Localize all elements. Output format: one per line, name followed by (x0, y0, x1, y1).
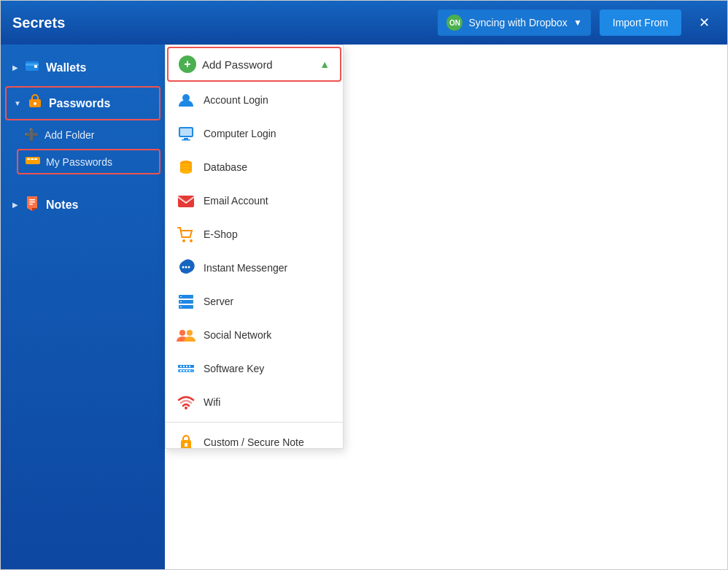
notes-chevron: ▶ (12, 201, 18, 209)
sidebar-item-notes[interactable]: ▶ Notes (1, 188, 165, 222)
sidebar: ▶ Wallets ▼ (1, 45, 165, 569)
svg-rect-17 (184, 138, 188, 139)
list-item-computer-login-label: Computer Login (204, 128, 276, 139)
custom-secure-note-icon (176, 432, 196, 448)
svg-rect-46 (180, 366, 182, 367)
svg-point-43 (187, 330, 193, 336)
list-item-software-key[interactable]: Software Key (166, 352, 343, 385)
list-item-instant-messenger[interactable]: Instant Messenger (166, 251, 343, 285)
svg-rect-52 (186, 370, 187, 371)
svg-point-4 (34, 102, 36, 105)
add-circle-icon: + (179, 55, 196, 73)
list-item-eshop-label: E-Shop (204, 228, 238, 240)
notes-label: Notes (46, 199, 78, 212)
list-item-wifi[interactable]: Wifi (166, 385, 343, 419)
svg-rect-37 (180, 301, 182, 302)
sync-dropdown-arrow: ▼ (573, 18, 582, 28)
app-window: Secrets ON Syncing with Dropbox ▼ Import… (0, 0, 728, 570)
list-item-server-label: Server (204, 296, 233, 307)
sync-dropdown[interactable]: ON Syncing with Dropbox ▼ (438, 9, 590, 36)
svg-rect-50 (180, 370, 182, 371)
wallets-chevron: ▶ (12, 63, 18, 72)
instant-messenger-icon (176, 258, 196, 278)
sidebar-item-passwords[interactable]: ▼ Passwords (5, 86, 160, 120)
list-item-email-account[interactable]: Email Account (166, 184, 343, 217)
email-account-icon (176, 190, 196, 211)
svg-point-42 (179, 330, 185, 336)
svg-rect-47 (183, 366, 185, 367)
wallets-icon (24, 58, 40, 77)
passwords-sub-items: ➕ Add Folder My Passwords (1, 122, 165, 176)
svg-rect-51 (183, 370, 185, 371)
passwords-icon (27, 93, 43, 113)
my-passwords-item[interactable]: My Passwords (17, 149, 160, 174)
svg-rect-40 (180, 307, 182, 307)
svg-rect-16 (180, 128, 192, 136)
svg-rect-18 (182, 139, 190, 141)
password-type-list: Account Login Computer Login (166, 83, 343, 448)
sync-icon: ON (446, 15, 462, 31)
svg-rect-48 (186, 366, 187, 367)
close-button[interactable]: ✕ (693, 12, 716, 34)
app-title: Secrets (12, 15, 65, 31)
my-passwords-icon (26, 155, 40, 169)
social-network-icon (176, 325, 196, 345)
svg-rect-6 (27, 158, 30, 160)
svg-point-25 (180, 169, 192, 174)
wifi-icon (176, 392, 196, 412)
svg-point-35 (191, 296, 193, 298)
svg-point-31 (185, 266, 187, 269)
list-item-eshop[interactable]: E-Shop (166, 217, 343, 251)
import-from-button[interactable]: Import From (600, 9, 681, 36)
account-login-icon (176, 90, 196, 110)
eshop-icon (176, 224, 196, 244)
add-folder-item[interactable]: ➕ Add Folder (12, 122, 165, 147)
list-item-instant-messenger-label: Instant Messenger (204, 262, 287, 274)
computer-login-icon (176, 123, 196, 144)
list-item-database[interactable]: Database (166, 150, 343, 184)
svg-rect-11 (29, 199, 35, 201)
add-password-label: Add Password (202, 58, 273, 71)
list-item-server[interactable]: Server (166, 285, 343, 318)
list-item-account-login-label: Account Login (204, 94, 268, 106)
svg-point-38 (191, 301, 193, 303)
header: Secrets ON Syncing with Dropbox ▼ Import… (1, 1, 727, 45)
body: ▶ Wallets ▼ (1, 45, 727, 569)
add-folder-label: Add Folder (44, 129, 94, 141)
svg-rect-13 (29, 204, 33, 205)
svg-point-30 (182, 266, 185, 269)
svg-point-54 (185, 407, 187, 409)
svg-point-28 (190, 239, 193, 242)
svg-rect-53 (189, 370, 190, 371)
svg-rect-7 (31, 158, 34, 160)
svg-marker-10 (32, 208, 37, 211)
list-item-custom-secure-note[interactable]: Custom / Secure Note (166, 425, 343, 448)
add-password-dropdown: + Add Password ▲ Account (165, 45, 344, 449)
add-password-button[interactable]: + Add Password ▲ (167, 47, 341, 82)
list-item-software-key-label: Software Key (204, 363, 264, 374)
svg-rect-49 (189, 366, 190, 367)
passwords-chevron: ▼ (14, 99, 21, 107)
database-icon (176, 157, 196, 177)
my-passwords-label: My Passwords (46, 156, 112, 168)
svg-point-27 (182, 239, 185, 242)
add-password-arrow-icon: ▲ (320, 58, 330, 70)
list-item-custom-secure-note-label: Custom / Secure Note (204, 436, 304, 448)
main-content: + Add Password ▲ Account (165, 45, 727, 569)
list-item-email-account-label: Email Account (204, 195, 268, 207)
server-icon (176, 291, 196, 312)
wallets-label: Wallets (46, 61, 86, 74)
list-item-social-network[interactable]: Social Network (166, 318, 343, 352)
list-item-social-network-label: Social Network (204, 329, 271, 341)
svg-point-32 (188, 266, 190, 269)
svg-rect-8 (34, 158, 37, 160)
list-item-account-login[interactable]: Account Login (166, 83, 343, 117)
passwords-label: Passwords (49, 97, 110, 110)
software-key-icon (176, 358, 196, 379)
sidebar-item-wallets[interactable]: ▶ Wallets (1, 50, 165, 85)
add-folder-icon: ➕ (24, 128, 39, 142)
svg-rect-56 (185, 443, 187, 447)
list-item-computer-login[interactable]: Computer Login (166, 117, 343, 150)
list-item-wifi-label: Wifi (204, 396, 220, 408)
notes-icon (24, 195, 40, 215)
